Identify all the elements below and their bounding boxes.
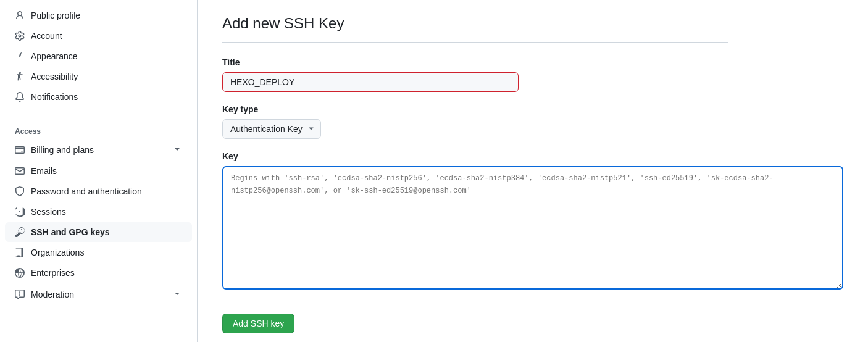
chevron-down-icon: [172, 288, 182, 300]
mail-icon: [15, 166, 25, 176]
sidebar-item-label: Enterprises: [31, 268, 75, 278]
sidebar-item-ssh-and-gpg-keys[interactable]: SSH and GPG keys: [5, 222, 192, 242]
accessibility-icon: [15, 72, 25, 81]
sidebar-item-appearance[interactable]: Appearance: [5, 46, 192, 66]
key-label: Key: [222, 151, 728, 161]
add-ssh-key-button[interactable]: Add SSH key: [222, 314, 294, 333]
sidebar-item-label: SSH and GPG keys: [31, 227, 110, 237]
sidebar-item-sessions[interactable]: Sessions: [5, 202, 192, 222]
key-type-select[interactable]: Authentication KeySigning Key: [222, 119, 321, 139]
bell-icon: [15, 92, 25, 102]
page-title: Add new SSH Key: [222, 15, 728, 32]
main-content: Add new SSH Key Title Key type Authentic…: [198, 0, 753, 342]
sidebar-item-enterprises[interactable]: Enterprises: [5, 263, 192, 283]
key-icon: [15, 227, 25, 237]
report-icon: [15, 290, 25, 299]
person-icon: [15, 10, 25, 20]
organization-icon: [15, 248, 25, 257]
sidebar-item-accessibility[interactable]: Accessibility: [5, 67, 192, 86]
sidebar-item-account[interactable]: Account: [5, 26, 192, 46]
key-type-field-group: Key type Authentication KeySigning Key: [222, 104, 728, 139]
sidebar-item-label: Billing and plans: [31, 145, 94, 155]
sidebar-item-label: Moderation: [31, 290, 74, 299]
globe-icon: [15, 268, 25, 278]
sidebar-item-label: Public profile: [31, 10, 80, 20]
sidebar-item-label: Notifications: [31, 92, 78, 102]
sidebar-item-label: Account: [31, 31, 62, 41]
title-label: Title: [222, 57, 728, 67]
key-type-select-wrapper: Authentication KeySigning Key: [222, 119, 321, 139]
sidebar-item-label: Sessions: [31, 207, 66, 217]
sidebar-item-label: Password and authentication: [31, 186, 142, 196]
key-field-group: Key: [222, 151, 728, 291]
shield-icon: [15, 186, 25, 196]
title-input[interactable]: [222, 72, 519, 92]
key-textarea[interactable]: [222, 166, 843, 290]
sidebar-divider: [10, 112, 187, 112]
sidebar-item-label: Emails: [31, 166, 57, 176]
sidebar-item-organizations[interactable]: Organizations: [5, 243, 192, 262]
title-field-group: Title: [222, 57, 728, 92]
sidebar-item-billing-and-plans[interactable]: Billing and plans: [5, 139, 192, 161]
paintbrush-icon: [15, 51, 25, 61]
sidebar: Public profile Account Appearance Access…: [0, 0, 198, 342]
sidebar-item-password-and-authentication[interactable]: Password and authentication: [5, 181, 192, 201]
sidebar-item-label: Accessibility: [31, 72, 78, 81]
key-type-label: Key type: [222, 104, 728, 114]
gear-icon: [15, 31, 25, 41]
sidebar-item-moderation[interactable]: Moderation: [5, 283, 192, 305]
sidebar-item-label: Organizations: [31, 248, 84, 257]
broadcast-icon: [15, 207, 25, 217]
sidebar-item-emails[interactable]: Emails: [5, 161, 192, 181]
sidebar-item-notifications[interactable]: Notifications: [5, 87, 192, 107]
title-divider: [222, 42, 728, 43]
sidebar-item-label: Appearance: [31, 51, 78, 61]
sidebar-item-public-profile[interactable]: Public profile: [5, 6, 192, 25]
sidebar-access-label: Access: [0, 117, 197, 138]
credit-card-icon: [15, 145, 25, 155]
chevron-down-icon: [172, 144, 182, 156]
